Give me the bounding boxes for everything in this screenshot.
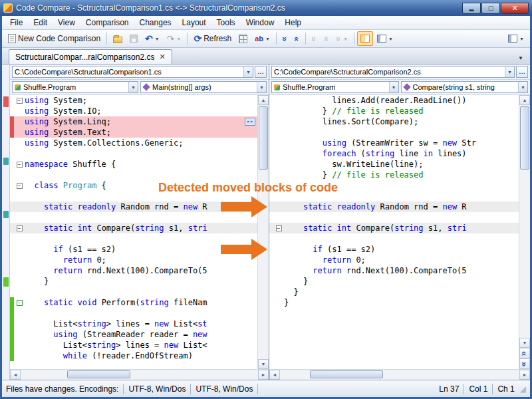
scroll-left-button[interactable]: ◄ xyxy=(10,370,21,380)
code-line[interactable]: return 0; xyxy=(10,255,257,265)
left-horizontal-scrollbar[interactable]: ◄ ► xyxy=(10,369,269,380)
scroll-up-button[interactable]: ▲ xyxy=(519,95,530,105)
save-button[interactable] xyxy=(126,31,141,46)
menu-item-layout[interactable]: Layout xyxy=(177,17,211,29)
right-encoding[interactable]: UTF-8, Win/Dos xyxy=(196,384,253,394)
code-line[interactable]: −using System; xyxy=(10,95,257,106)
scroll-thumb[interactable] xyxy=(520,106,529,170)
fold-marker[interactable]: − xyxy=(17,183,23,189)
scroll-thumb[interactable] xyxy=(67,370,130,378)
code-line[interactable]: } xyxy=(269,297,519,308)
scroll-track[interactable] xyxy=(519,105,530,338)
copy-changes-button[interactable]: »▼ xyxy=(333,31,351,46)
code-line[interactable] xyxy=(269,212,519,223)
diff-mark[interactable] xyxy=(3,96,9,107)
scroll-up-button[interactable]: ▲ xyxy=(258,95,269,105)
code-line[interactable] xyxy=(269,233,519,244)
text-compare-mode-button[interactable]: ab▼ xyxy=(251,31,273,46)
undo-button[interactable]: ↶▼ xyxy=(142,31,163,46)
code-line[interactable]: } xyxy=(10,276,257,287)
menu-item-tools[interactable]: Tools xyxy=(211,17,241,29)
previous-difference-button[interactable]: « xyxy=(291,31,303,46)
right-browse-button[interactable]: … xyxy=(516,66,528,78)
code-line[interactable]: using System.Linq;▸▸ xyxy=(10,116,257,127)
tab-comparison[interactable]: SctructuralCompar...ralComparison2.cs ✕ xyxy=(9,49,172,64)
next-difference-button[interactable]: » xyxy=(279,31,291,46)
menu-item-changes[interactable]: Changes xyxy=(134,17,177,29)
previous-change-button[interactable]: « xyxy=(321,31,332,46)
left-encoding[interactable]: UTF-8, Win/Dos xyxy=(128,384,186,394)
code-line[interactable] xyxy=(10,308,257,319)
code-line[interactable]: sw.WriteLine(line); xyxy=(269,159,519,170)
scroll-right-button[interactable]: ► xyxy=(519,370,530,380)
refresh-button[interactable]: ⟳ Refresh xyxy=(190,31,235,46)
left-file-path-combo[interactable]: C:\CodeCompare\SctructuralComparison1.cs… xyxy=(12,66,253,78)
menu-item-help[interactable]: Help xyxy=(279,17,307,29)
moved-block-marker[interactable]: ▸▸ xyxy=(245,118,255,126)
code-line[interactable] xyxy=(10,233,257,244)
right-member-combo[interactable]: Compare(string s1, string ▼ xyxy=(401,81,529,93)
fold-marker[interactable]: − xyxy=(276,225,282,231)
title-bar[interactable]: Code Compare - SctructuralComparison1.cs… xyxy=(0,0,532,16)
code-line[interactable]: if (s1 == s2) xyxy=(269,244,519,255)
minimize-button[interactable]: ▂ xyxy=(462,3,481,14)
tab-close-icon[interactable]: ✕ xyxy=(159,53,165,61)
fold-marker[interactable]: − xyxy=(17,225,23,231)
overview-ruler[interactable] xyxy=(2,65,10,380)
scroll-track[interactable] xyxy=(258,105,269,359)
menu-item-view[interactable]: View xyxy=(53,17,80,29)
right-file-path-combo[interactable]: C:\CodeCompare\SctructuralComparison2.cs… xyxy=(271,66,515,78)
code-line[interactable]: } // file is released xyxy=(269,170,519,180)
code-line[interactable]: } xyxy=(269,276,519,287)
structure-compare-button[interactable] xyxy=(235,31,251,46)
scroll-down-button[interactable]: ▼ xyxy=(258,359,269,369)
panels-toggle-button[interactable]: ▼ xyxy=(505,31,527,46)
chevron-down-icon[interactable]: ▼ xyxy=(505,66,514,77)
scroll-left-button[interactable]: ◄ xyxy=(269,370,280,380)
scroll-down-button[interactable]: ▼ xyxy=(519,338,530,348)
left-class-combo[interactable]: Shuffle.Program ▼ xyxy=(12,81,138,93)
code-line[interactable]: foreach (string line in lines) xyxy=(269,148,519,159)
diff-mark[interactable] xyxy=(3,158,9,165)
fold-marker[interactable]: − xyxy=(17,300,23,306)
next-change-nav-button[interactable]: » xyxy=(519,358,530,369)
maximize-button[interactable]: ▢ xyxy=(481,3,500,14)
right-horizontal-scrollbar[interactable]: ◄ ► xyxy=(269,369,530,380)
scroll-right-button[interactable]: ► xyxy=(258,370,269,380)
code-line[interactable]: − static int Compare(string s1, stri xyxy=(269,223,519,233)
scroll-track[interactable] xyxy=(280,370,519,380)
code-line[interactable]: −namespace Shuffle { xyxy=(10,159,257,170)
diff-mark[interactable] xyxy=(3,277,9,287)
code-line[interactable]: List<string> lines = new List<st xyxy=(10,319,257,329)
left-vertical-scrollbar[interactable]: ▲ ▼ xyxy=(257,95,269,369)
chevron-down-icon[interactable]: ▼ xyxy=(257,82,266,92)
code-line[interactable]: } xyxy=(269,287,519,297)
layout-options-button[interactable]: ▼ xyxy=(374,31,396,46)
right-class-combo[interactable]: Shuffle.Program ▼ xyxy=(271,81,399,93)
code-line[interactable]: − static void Perform(string fileNam xyxy=(10,297,257,308)
chevron-down-icon[interactable]: ▼ xyxy=(518,82,527,92)
scroll-thumb[interactable] xyxy=(310,370,383,378)
code-editor-right[interactable]: lines.Add(reader.ReadLine()) } // file i… xyxy=(269,95,519,369)
tab-list-dropdown[interactable]: ▼ xyxy=(514,53,527,64)
chevron-down-icon[interactable]: ▼ xyxy=(128,82,138,92)
menu-item-file[interactable]: File xyxy=(5,17,28,29)
open-button[interactable] xyxy=(110,31,126,46)
previous-change-nav-button[interactable]: « xyxy=(519,348,530,358)
close-button[interactable]: ✕ xyxy=(501,3,529,14)
fold-marker[interactable]: − xyxy=(17,162,23,168)
code-line[interactable]: } // file is released xyxy=(269,106,519,116)
diff-mark[interactable] xyxy=(3,211,9,218)
code-line[interactable]: using System.IO; xyxy=(10,106,257,116)
code-editor-left[interactable]: −using System;using System.IO;using Syst… xyxy=(10,95,257,369)
menu-item-edit[interactable]: Edit xyxy=(28,17,53,29)
code-line[interactable] xyxy=(10,287,257,297)
code-line[interactable]: using System.Text; xyxy=(10,127,257,138)
chevron-down-icon[interactable]: ▼ xyxy=(243,66,253,77)
code-line[interactable]: lines.Add(reader.ReadLine()) xyxy=(269,95,519,106)
new-comparison-button[interactable]: New Code Comparison xyxy=(5,31,104,46)
code-line[interactable]: return 0; xyxy=(269,255,519,265)
code-line[interactable]: using System.Collections.Generic; xyxy=(10,138,257,148)
fold-marker[interactable]: − xyxy=(17,98,23,104)
chevron-down-icon[interactable]: ▼ xyxy=(389,82,398,92)
